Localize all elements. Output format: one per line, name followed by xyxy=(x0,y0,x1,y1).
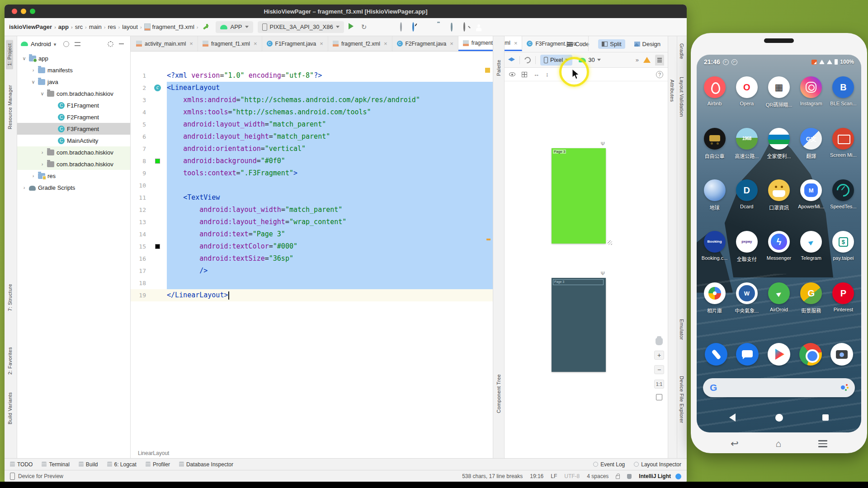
device-for-preview-select[interactable]: Pixel xyxy=(540,55,572,66)
hide-panel-icon[interactable] xyxy=(119,43,124,44)
visibility-icon[interactable] xyxy=(509,72,515,76)
tree-row[interactable]: F3Fragment xyxy=(17,123,130,135)
design-artboard[interactable]: Ψ Page 3 xyxy=(552,148,606,244)
zoom-window-icon[interactable] xyxy=(30,9,35,14)
code-line[interactable]: 3 xmlns:android="http://schemas.android.… xyxy=(131,94,493,106)
app-icon[interactable]: ϟ Messenger xyxy=(764,231,794,282)
recents-button[interactable] xyxy=(822,414,829,421)
sync-project-icon[interactable] xyxy=(451,22,453,32)
scrollbar-warning-marker[interactable] xyxy=(486,239,491,240)
scrollbar-warning-marker[interactable] xyxy=(485,68,490,73)
gear-icon[interactable] xyxy=(108,41,113,47)
code-line[interactable]: 17 /> xyxy=(131,265,493,277)
tool-window-button[interactable]: Profiler xyxy=(146,461,170,468)
status-item[interactable]: UTF-8 xyxy=(564,473,580,479)
run-icon[interactable] xyxy=(349,23,354,29)
app-icon[interactable]: 全家便利... xyxy=(764,128,794,179)
app-icon[interactable]: G 街景服務 xyxy=(796,282,826,334)
close-tab-icon[interactable] xyxy=(253,40,257,47)
code-line[interactable]: 4 xmlns:tools="http://schemas.android.co… xyxy=(131,106,493,118)
mode-design-button[interactable]: Design xyxy=(631,39,664,49)
app-icon[interactable]: pxpay 全聯支付 xyxy=(731,231,762,282)
design-canvas[interactable]: Ψ Page 3 Ψ Page 3 + xyxy=(505,81,668,458)
attributes-tab[interactable]: Attributes xyxy=(670,80,675,102)
app-icon[interactable]: ▶ Telegram xyxy=(796,231,826,282)
mode-split-button[interactable]: Split xyxy=(598,39,625,49)
sidebar-item-favorites[interactable]: 2: Favorites xyxy=(7,347,13,375)
code-line[interactable]: 9 tools:context=".F3Fragment"> xyxy=(131,167,493,179)
api-version-select[interactable]: 30 xyxy=(577,55,602,66)
app-icon[interactable]: SpeedTes... xyxy=(828,179,859,231)
tree-row[interactable]: › res xyxy=(17,170,130,182)
zoom-out-button[interactable]: − xyxy=(654,365,664,374)
breadcrumb-item[interactable]: layout› xyxy=(122,23,144,30)
component-tree-tab[interactable]: Component Tree xyxy=(496,374,501,413)
app-icon[interactable]: W 中央氣象... xyxy=(731,282,762,334)
app-icon[interactable]: Instagram xyxy=(796,76,826,128)
build-hammer-icon[interactable] xyxy=(202,23,210,31)
collapse-all-icon[interactable] xyxy=(75,42,80,46)
close-tab-icon[interactable] xyxy=(383,40,387,47)
attach-debugger-icon[interactable] xyxy=(400,22,402,32)
sidebar-item-emulator[interactable]: Emulator xyxy=(679,319,684,340)
orientation-icon[interactable] xyxy=(523,56,532,64)
code-editor[interactable]: 1<?xml version="1.0" encoding="utf-8"?>2… xyxy=(131,52,493,448)
app-icon[interactable]: Airbnb xyxy=(699,76,730,128)
editor-tab[interactable]: F3Fragment.java xyxy=(522,36,588,51)
tool-window-button[interactable]: Event Log xyxy=(593,461,625,468)
status-item[interactable]: 4 spaces xyxy=(587,473,609,479)
grid-icon[interactable] xyxy=(522,72,527,77)
app-icon[interactable]: 相片庫 xyxy=(699,282,730,334)
app-icon[interactable]: G文 翻譯 xyxy=(796,128,826,179)
code-line[interactable]: 8 android:background="#0f0" xyxy=(131,155,493,167)
sidebar-item-build-variants[interactable]: Build Variants xyxy=(7,392,13,424)
tree-row[interactable]: › manifests xyxy=(17,64,130,76)
zoom-fit-icon[interactable] xyxy=(656,394,662,400)
code-line[interactable]: 7 android:orientation="vertical" xyxy=(131,143,493,155)
breadcrumb-item[interactable]: main› xyxy=(89,23,108,30)
play-store-app-icon[interactable] xyxy=(768,343,790,366)
app-icon[interactable]: 自由公車 xyxy=(699,128,730,179)
palette-tab[interactable]: Palette xyxy=(496,60,501,76)
view-options-icon[interactable] xyxy=(508,57,515,62)
horizontal-constraint-icon[interactable]: ↔ xyxy=(533,71,539,78)
editor-tab[interactable]: F1Fragment.java xyxy=(262,36,328,51)
resize-handle[interactable] xyxy=(608,240,612,245)
code-line[interactable]: 5 android:layout_width="match_parent" xyxy=(131,118,493,131)
tree-row[interactable]: › Gradle Scripts xyxy=(17,182,130,193)
profiler-icon[interactable] xyxy=(412,22,414,32)
project-view-select[interactable]: Android xyxy=(31,41,51,47)
status-item[interactable]: 19:16 xyxy=(530,473,543,479)
app-icon[interactable]: D Dcard xyxy=(731,179,762,231)
expand-arrow-icon[interactable]: ∨ xyxy=(22,56,27,61)
locate-file-icon[interactable] xyxy=(63,41,69,47)
app-icon[interactable]: ▶ AirDroid xyxy=(764,282,794,334)
app-icon[interactable]: 1968 高速公路... xyxy=(731,128,762,179)
expand-arrow-icon[interactable]: › xyxy=(31,67,36,73)
tool-window-button[interactable]: Build xyxy=(79,461,98,468)
lock-icon[interactable] xyxy=(616,475,620,479)
attributes-sliders-icon[interactable] xyxy=(655,55,664,66)
device-select[interactable]: PIXEL_3A_API_30_X86 xyxy=(258,21,344,33)
code-line[interactable]: 2<LinearLayout xyxy=(131,82,493,94)
blueprint-artboard[interactable]: Ψ Page 3 xyxy=(552,278,606,372)
code-line[interactable]: 6 android:layout_height="match_parent" xyxy=(131,131,493,143)
sidebar-item-device-file-explorer[interactable]: Device File Explorer xyxy=(679,376,684,423)
home-icon[interactable]: ⌂ xyxy=(775,439,781,449)
tree-row[interactable]: F1Fragment xyxy=(17,99,130,111)
app-icon[interactable]: B BLE Scan... xyxy=(828,76,859,128)
pan-icon[interactable] xyxy=(656,338,663,345)
google-search-bar[interactable]: G xyxy=(703,378,855,397)
tree-row[interactable]: ∨ java xyxy=(17,76,130,88)
chrome-app-icon[interactable] xyxy=(799,343,822,366)
menu-icon[interactable] xyxy=(818,440,827,447)
device-for-preview-label[interactable]: Device for Preview xyxy=(18,473,63,479)
expand-arrow-icon[interactable]: › xyxy=(40,161,45,167)
code-line[interactable]: 1<?xml version="1.0" encoding="utf-8"?> xyxy=(131,70,493,82)
breadcrumb-item[interactable]: res› xyxy=(108,23,123,30)
sidebar-item-gradle[interactable]: Gradle xyxy=(679,43,684,59)
tool-window-button[interactable]: Terminal xyxy=(42,461,69,468)
tool-window-button[interactable]: Layout Inspector xyxy=(634,461,681,468)
editor-tab[interactable]: fragment_f3.xml xyxy=(458,36,523,51)
status-item[interactable]: 538 chars, 17 line breaks xyxy=(462,473,523,479)
